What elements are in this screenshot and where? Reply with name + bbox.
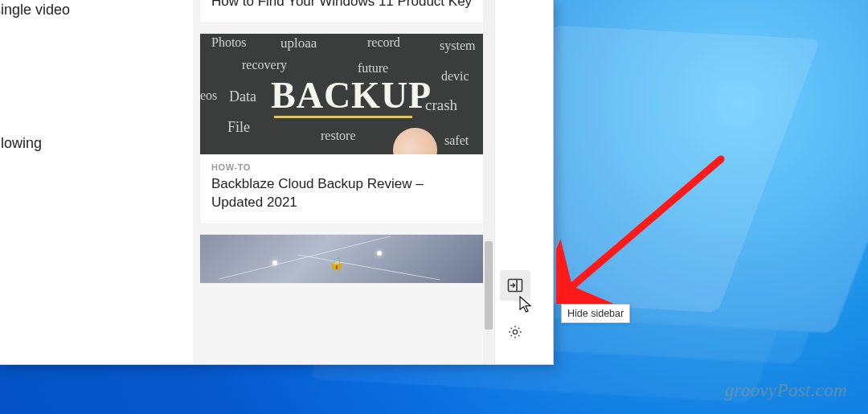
article-text-fragment: ending a single video (0, 0, 185, 19)
lock-icon: 🔒 (329, 256, 345, 271)
settings-button[interactable] (500, 317, 530, 347)
scrollbar-thumb[interactable] (485, 241, 493, 330)
sidebar-scrollbar[interactable] (483, 0, 494, 364)
article-card[interactable]: HOW-TO How to Find Your Windows 11 Produ… (199, 0, 488, 23)
svg-point-2 (513, 330, 517, 334)
sidebar-article-feed[interactable]: HOW-TO How to Find Your Windows 11 Produ… (193, 0, 494, 364)
article-title[interactable]: How to Find Your Windows 11 Product Key (211, 0, 476, 11)
article-title[interactable]: Backblaze Cloud Backup Review – Updated … (211, 175, 476, 212)
main-content-area: ending a single video heet the following (0, 0, 193, 364)
article-thumbnail-backup[interactable]: Photos uploaa record system recovery fut… (200, 34, 487, 154)
hide-sidebar-icon (507, 278, 523, 293)
watermark: groovyPost.com (725, 380, 847, 401)
hide-sidebar-button[interactable] (500, 270, 530, 301)
edge-toolbar (494, 0, 534, 364)
article-category: HOW-TO (211, 162, 476, 172)
hide-sidebar-tooltip: Hide sidebar (561, 304, 630, 323)
article-thumbnail-network[interactable]: 🔒 (200, 235, 487, 283)
article-card[interactable]: 🔒 (199, 234, 488, 284)
browser-window: ending a single video heet the following… (0, 0, 554, 365)
article-card[interactable]: Photos uploaa record system recovery fut… (199, 33, 488, 224)
hand-icon (387, 121, 443, 154)
article-text-fragment: heet the following (0, 133, 185, 153)
gear-icon (507, 324, 523, 340)
